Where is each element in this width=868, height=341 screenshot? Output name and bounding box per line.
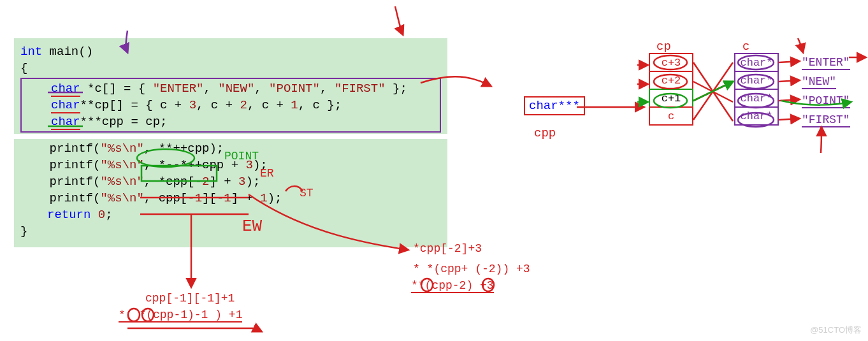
code-line: printf("%s\n", cpp[-1][-1] + 1); bbox=[20, 190, 441, 207]
code-line: char *c[] = { "ENTER", "NEW", "POINT", "… bbox=[24, 80, 437, 97]
annotation-deriv: * *(cpp+ (-2)) +3 bbox=[413, 263, 530, 275]
annotation-ew: EW bbox=[242, 217, 262, 236]
text: printf( bbox=[20, 158, 100, 172]
code-block: int main() { char *c[] = { "ENTER", "NEW… bbox=[14, 38, 447, 247]
keyword: char bbox=[51, 98, 80, 113]
cp-label: cp bbox=[656, 40, 671, 54]
text: , c }; bbox=[298, 98, 342, 112]
text: **cp[] = { c + bbox=[80, 98, 189, 112]
text: , c + bbox=[196, 98, 240, 112]
c-cell: char* bbox=[734, 53, 779, 72]
string-value: "ENTER" bbox=[802, 56, 850, 70]
format-string: "%s\n" bbox=[100, 158, 143, 172]
format-string: "%s\n" bbox=[100, 191, 143, 205]
string: "POINT" bbox=[269, 82, 320, 96]
format-string: "%s\n" bbox=[100, 141, 143, 156]
text bbox=[90, 208, 98, 222]
code-line: { bbox=[20, 60, 441, 76]
cp-cell: c+2 bbox=[649, 71, 693, 90]
number: 1 bbox=[291, 98, 298, 112]
c-cell: char* bbox=[734, 89, 779, 108]
text-underlined: *( *(cpp-1)-1 ) +1 bbox=[119, 308, 242, 323]
text: ); bbox=[245, 175, 260, 189]
number: 1 bbox=[260, 191, 267, 205]
annotation-deriv: cpp[-1][-1]+1 bbox=[145, 292, 235, 305]
text: ][- bbox=[202, 191, 224, 205]
number: 1 bbox=[195, 191, 202, 205]
keyword: return bbox=[47, 208, 90, 222]
string: "FIRST" bbox=[335, 82, 386, 96]
cpp-box: char*** bbox=[524, 99, 585, 113]
text: main() bbox=[42, 45, 93, 59]
declaration-box: char *c[] = { "ENTER", "NEW", "POINT", "… bbox=[20, 78, 441, 133]
annotation-deriv: **(cpp-2) +3 bbox=[411, 279, 494, 292]
annotation-deriv: *cpp[-2]+3 bbox=[413, 242, 482, 255]
cp-cell: c+1 bbox=[649, 89, 693, 108]
string: "NEW" bbox=[218, 82, 254, 96]
text: ] + bbox=[209, 175, 238, 189]
text: ***cpp = cp; bbox=[80, 115, 168, 129]
cpp-type: char*** bbox=[524, 96, 585, 115]
cp-cell: c bbox=[649, 106, 693, 126]
text: , *cpp[- bbox=[144, 175, 202, 189]
cp-stack: c+3 c+2 c+1 c bbox=[649, 54, 693, 126]
text: , cpp[- bbox=[144, 191, 195, 205]
string-value: "POINT" bbox=[802, 94, 850, 108]
text: *c[] = { bbox=[80, 82, 153, 96]
code-line: printf("%s\n", *cpp[-2] + 3); bbox=[20, 173, 441, 190]
number: 3 bbox=[238, 175, 245, 189]
text: , bbox=[254, 82, 269, 96]
number: 1 bbox=[224, 191, 231, 205]
text: ; bbox=[105, 208, 112, 222]
c-stack: char* char* char* char* bbox=[734, 54, 779, 126]
text: ] + bbox=[231, 191, 261, 205]
code-line: } bbox=[20, 223, 441, 240]
text: }; bbox=[386, 82, 407, 96]
code-gap bbox=[14, 134, 447, 139]
watermark: @51CTO博客 bbox=[810, 324, 862, 336]
text: printf( bbox=[20, 191, 100, 205]
text: } bbox=[20, 224, 27, 238]
code-line: char***cpp = cp; bbox=[24, 113, 437, 130]
keyword: int bbox=[20, 45, 42, 59]
format-string: "%s\n" bbox=[100, 175, 143, 189]
string-value: "FIRST" bbox=[802, 113, 850, 127]
number: 0 bbox=[98, 208, 105, 222]
c-cell: char* bbox=[734, 71, 779, 90]
code-line: int main() bbox=[20, 43, 441, 60]
code-line: return 0; bbox=[20, 207, 441, 223]
text: , bbox=[203, 82, 218, 96]
text: { bbox=[20, 61, 27, 75]
text: printf( bbox=[20, 175, 100, 189]
text: ); bbox=[268, 191, 282, 205]
annotation-st: ST bbox=[300, 187, 314, 200]
number: 2 bbox=[240, 98, 247, 112]
keyword: char bbox=[51, 115, 80, 130]
string-value: "NEW" bbox=[802, 75, 836, 89]
keyword: char bbox=[51, 82, 80, 97]
cp-cell: c+3 bbox=[649, 53, 693, 72]
c-cell: char* bbox=[734, 106, 779, 126]
cpp-label: cpp bbox=[534, 126, 556, 140]
text: , c + bbox=[247, 98, 291, 112]
annotation-deriv: *( *(cpp-1)-1 ) +1 bbox=[119, 308, 242, 321]
code-line: char**cp[] = { c + 3, c + 2, c + 1, c }; bbox=[24, 97, 437, 113]
annotation-er: ER bbox=[260, 167, 274, 180]
text: , bbox=[320, 82, 335, 96]
text-underlined: **(cpp-2) +3 bbox=[411, 279, 494, 293]
number: 2 bbox=[202, 175, 209, 189]
text: , **++cpp); bbox=[144, 141, 224, 156]
c-label: c bbox=[742, 40, 749, 54]
string: "ENTER" bbox=[153, 82, 204, 96]
number: 3 bbox=[189, 98, 196, 112]
text: printf( bbox=[20, 141, 100, 156]
annotation-point: POINT bbox=[224, 150, 259, 163]
